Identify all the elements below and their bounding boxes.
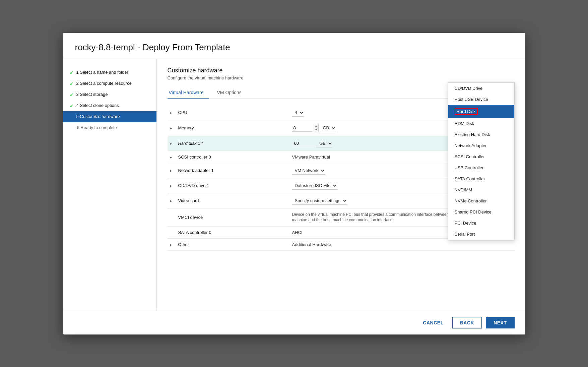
hw-name-scsi: SCSI controller 0 (176, 151, 289, 163)
expand-memory-icon[interactable]: ▸ (170, 126, 172, 130)
content-header: Customize hardware Configure the virtual… (168, 67, 515, 80)
dropdown-item-usb[interactable]: Host USB Device (448, 94, 514, 105)
sidebar-item-name-folder[interactable]: ✔ 1 Select a name and folder (63, 67, 156, 78)
dropdown-item-nvme[interactable]: NVMe Controller (448, 195, 514, 206)
check-icon-3: ✔ (70, 92, 74, 98)
dropdown-item-network[interactable]: Network Adapter (448, 140, 514, 151)
video-select[interactable]: Specify custom settings (292, 197, 347, 205)
dropdown-item-serial[interactable]: Serial Port (448, 229, 514, 240)
back-button[interactable]: BACK (452, 317, 482, 328)
sidebar-label-5: 5 Customize hardware (76, 114, 120, 119)
sidebar-label-2: 2 Select a compute resource (76, 81, 132, 86)
hw-name-vmci: VMCI device (176, 208, 289, 227)
check-icon-2: ✔ (70, 81, 74, 86)
sidebar-item-storage[interactable]: ✔ 3 Select storage (63, 89, 156, 100)
dropdown-item-nvdimm[interactable]: NVDIMM (448, 184, 514, 195)
sidebar-label-6: 6 Ready to complete (77, 125, 117, 130)
content-heading: Customize hardware (168, 67, 515, 74)
expand-cddvd-icon[interactable]: ▸ (170, 184, 172, 188)
add-device-dropdown: CD/DVD Drive Host USB Device Hard Disk R… (448, 82, 515, 240)
content-subheading: Configure the virtual machine hardware (168, 75, 515, 80)
dropdown-item-pci[interactable]: PCI Device (448, 218, 514, 229)
expand-scsi-icon[interactable]: ▸ (170, 155, 172, 159)
dropdown-item-shared-pci[interactable]: Shared PCI Device (448, 206, 514, 218)
deploy-template-modal: rocky-8.8-templ - Deploy From Template ✔… (63, 33, 525, 334)
tab-virtual-hardware[interactable]: Virtual Hardware (168, 87, 209, 99)
hw-name-memory: Memory (176, 120, 289, 136)
hw-name-hard-disk: Hard disk 1 * (176, 136, 289, 151)
expand-cpu-icon[interactable]: ▸ (170, 111, 172, 115)
hw-value-other: Additional Hardware (289, 239, 515, 251)
memory-unit-select[interactable]: GB MB (320, 124, 336, 132)
hw-name-network: Network adapter 1 (176, 163, 289, 178)
hard-disk-unit-select[interactable]: GB MB (317, 139, 333, 147)
hw-name-video: Video card (176, 193, 289, 208)
sidebar-label-1: 1 Select a name and folder (76, 70, 128, 75)
expand-network-icon[interactable]: ▸ (170, 169, 172, 173)
main-content: Customize hardware Configure the virtual… (157, 59, 525, 311)
hard-disk-outline: Hard Disk (455, 108, 478, 115)
dropdown-item-existing-disk[interactable]: Existing Hard Disk (448, 129, 514, 140)
hw-name-other: Other (176, 239, 289, 251)
sidebar-item-compute[interactable]: ✔ 2 Select a compute resource (63, 78, 156, 89)
memory-spinner[interactable]: ▲ ▼ (314, 124, 319, 132)
dropdown-item-scsi[interactable]: SCSI Controller (448, 151, 514, 162)
dropdown-item-usb-ctrl[interactable]: USB Controller (448, 162, 514, 173)
sidebar-label-4: 4 Select clone options (76, 103, 119, 108)
table-row-other: ▸ Other Additional Hardware (168, 239, 515, 251)
sidebar-item-clone-options[interactable]: ✔ 4 Select clone options (63, 100, 156, 111)
sidebar-label-3: 3 Select storage (76, 92, 108, 97)
expand-other-icon[interactable]: ▸ (170, 243, 172, 247)
modal-footer: CANCEL BACK NEXT (63, 311, 525, 334)
dropdown-item-hard-disk[interactable]: Hard Disk (448, 105, 514, 118)
dropdown-item-cddvd[interactable]: CD/DVD Drive (448, 83, 514, 94)
check-icon-1: ✔ (70, 70, 74, 75)
check-icon-4: ✔ (70, 103, 74, 109)
dropdown-item-sata[interactable]: SATA Controller (448, 173, 514, 184)
hw-name-cddvd: CD/DVD drive 1 (176, 178, 289, 193)
cpu-select[interactable]: 4 1 2 8 (292, 109, 304, 117)
network-select[interactable]: VM Network (292, 167, 325, 175)
memory-input[interactable] (292, 124, 312, 132)
cancel-button[interactable]: CANCEL (418, 317, 448, 328)
cddvd-select[interactable]: Datastore ISO File (292, 182, 337, 190)
hw-name-sata: SATA controller 0 (176, 227, 289, 239)
sidebar: ✔ 1 Select a name and folder ✔ 2 Select … (63, 59, 157, 311)
modal-title: rocky-8.8-templ - Deploy From Template (63, 33, 525, 59)
hw-name-cpu: CPU (176, 105, 289, 120)
dropdown-item-rdm[interactable]: RDM Disk (448, 118, 514, 129)
sidebar-item-customize-hw[interactable]: ✔ 5 Customize hardware (63, 111, 156, 122)
expand-video-icon[interactable]: ▸ (170, 199, 172, 203)
hard-disk-size-input[interactable] (292, 140, 316, 147)
next-button[interactable]: NEXT (486, 317, 514, 328)
sidebar-item-ready[interactable]: 6 Ready to complete (63, 122, 156, 133)
tab-vm-options[interactable]: VM Options (216, 87, 247, 99)
expand-harddisk-icon[interactable]: ▸ (170, 141, 172, 145)
